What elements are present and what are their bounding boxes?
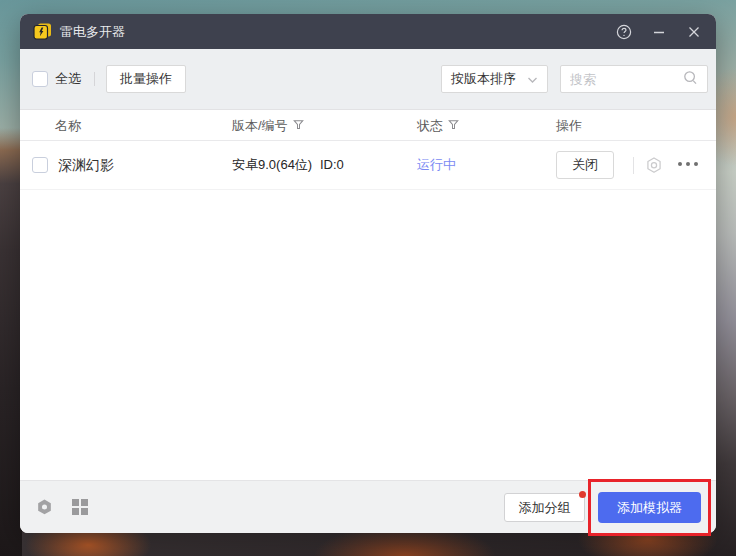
empty-list-area [20, 190, 716, 480]
add-emulator-button[interactable]: 添加模拟器 [598, 492, 701, 523]
close-icon[interactable] [686, 24, 702, 40]
table-header: 名称 版本/编号 状态 操作 [20, 110, 716, 141]
status-badge: 运行中 [417, 141, 456, 189]
toolbar: 全选 批量操作 按版本排序 [20, 49, 716, 110]
settings-icon[interactable] [35, 497, 54, 517]
row-divider [633, 157, 634, 174]
titlebar[interactable]: 雷电多开器 [20, 14, 716, 49]
add-group-button[interactable]: 添加分组 [504, 493, 585, 522]
minimize-icon[interactable] [651, 24, 667, 40]
search-icon[interactable] [683, 70, 698, 89]
search-input[interactable] [570, 72, 680, 87]
filter-icon[interactable] [293, 111, 304, 141]
toolbar-divider [94, 72, 95, 86]
filter-icon[interactable] [448, 111, 459, 141]
column-header-name: 名称 [55, 110, 81, 141]
app-logo-icon [33, 23, 52, 40]
more-options-icon[interactable] [678, 162, 698, 166]
column-header-status: 状态 [417, 110, 459, 141]
emulator-row[interactable]: 深渊幻影 安卓9.0(64位) ID:0 运行中 关闭 [20, 141, 716, 190]
ldplayer-multi-instance-window: 雷电多开器 全选 批量 [20, 14, 716, 533]
sort-dropdown-value: 按版本排序 [451, 70, 516, 88]
help-icon[interactable] [616, 24, 632, 40]
multi-instance-grid-icon[interactable] [71, 498, 89, 516]
desktop-wallpaper-left-edge [0, 0, 22, 556]
column-header-action: 操作 [556, 110, 582, 141]
row-settings-icon[interactable] [644, 155, 664, 180]
footer-bar: 添加分组 添加模拟器 [20, 480, 716, 533]
search-box [560, 65, 708, 93]
emulator-version: 安卓9.0(64位) [232, 141, 312, 189]
batch-operations-button[interactable]: 批量操作 [106, 65, 186, 93]
emulator-id: ID:0 [320, 141, 344, 189]
sort-dropdown[interactable]: 按版本排序 [441, 65, 548, 93]
select-all-label[interactable]: 全选 [55, 70, 81, 88]
window-title: 雷电多开器 [60, 23, 125, 41]
select-all-checkbox[interactable] [32, 71, 48, 87]
notification-badge [579, 491, 586, 498]
close-emulator-button[interactable]: 关闭 [556, 151, 614, 179]
emulator-name: 深渊幻影 [58, 141, 114, 189]
column-header-version: 版本/编号 [232, 110, 304, 141]
chevron-down-icon [527, 72, 538, 87]
row-checkbox[interactable] [32, 157, 48, 173]
